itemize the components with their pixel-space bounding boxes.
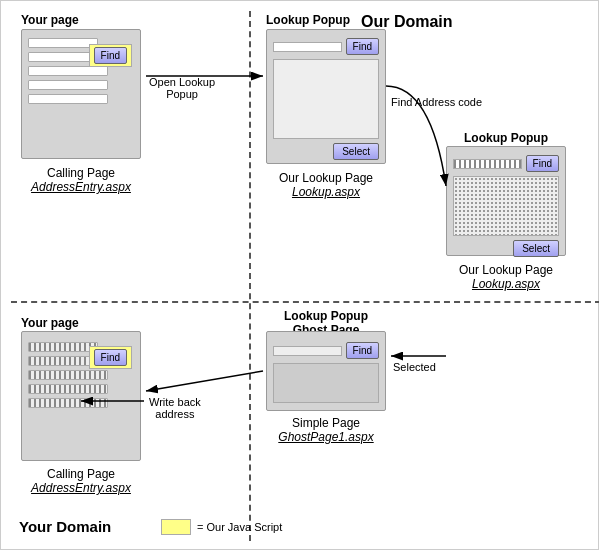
label-lookup-top: Our Lookup Page Lookup.aspx [266,171,386,199]
arrow-label-open-lookup: Open LookupPopup [149,76,215,100]
svg-line-3 [146,371,263,391]
find-button-right[interactable]: Find [526,155,559,172]
diagram-container: Our Domain Your page Find Calling Page A… [0,0,599,550]
form-line-5 [28,94,108,104]
yellow-highlight-top-left: Find [89,44,132,67]
form-dotted-4 [28,384,108,394]
form-dotted-1 [28,342,98,352]
find-button-bottom-left[interactable]: Find [94,349,127,366]
legend: = Our Java Script [161,519,282,535]
calling-page-bottom-box: Find [21,331,141,461]
results-area-right [453,176,559,236]
heading-lookup-top: Lookup Popup [266,13,350,27]
find-button-top-left[interactable]: Find [94,47,127,64]
ghost-field [273,346,342,356]
lookup-page-right-box: Find Select [446,146,566,256]
arrow-label-selected: Selected [393,361,436,373]
legend-text: = Our Java Script [197,521,282,533]
find-button-ghost[interactable]: Find [346,342,379,359]
your-domain-label: Your Domain [19,518,111,535]
results-area-top [273,59,379,139]
heading-your-page-bottom: Your page [21,316,79,330]
label-lookup-right: Our Lookup Page Lookup.aspx [446,263,566,291]
label-ghost: Simple Page GhostPage1.aspx [266,416,386,444]
form-line-4 [28,80,108,90]
horizontal-divider [11,301,599,303]
form-dotted-5 [28,398,108,408]
select-button-top-middle[interactable]: Select [333,143,379,160]
ghost-area [273,363,379,403]
ghost-page-box: Find [266,331,386,411]
heading-calling-top: Your page [21,13,79,27]
yellow-highlight-bottom-left: Find [89,346,132,369]
label-calling-top: Calling Page AddressEntry.aspx [21,166,141,194]
find-button-top-middle[interactable]: Find [346,38,379,55]
select-button-right[interactable]: Select [513,240,559,257]
heading-lookup-right: Lookup Popup [446,131,566,145]
form-line-3 [28,66,108,76]
arrow-label-find-address: Find Address code [391,96,482,108]
legend-yellow-box [161,519,191,535]
search-field-right [453,159,522,169]
calling-page-top-box: Find [21,29,141,159]
label-calling-bottom: Calling Page AddressEntry.aspx [21,467,141,495]
form-dotted-3 [28,370,108,380]
form-line-1 [28,38,98,48]
lookup-page-top-box: Find Select [266,29,386,164]
search-field-top [273,42,342,52]
vertical-divider [249,11,251,541]
arrow-label-write-back: Write backaddress [149,396,201,420]
